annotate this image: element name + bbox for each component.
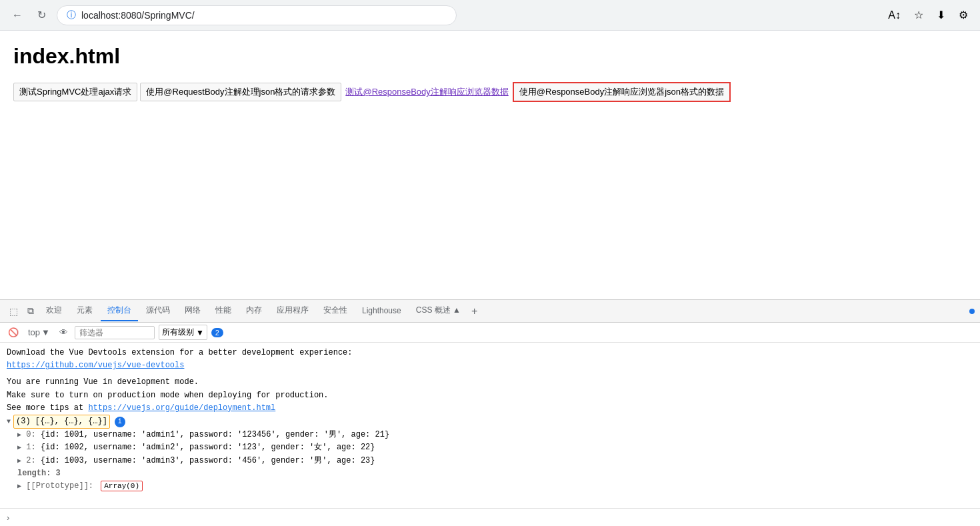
settings-button[interactable]: ⚙: [955, 6, 972, 24]
buttons-row: 测试SpringMVC处理ajax请求 使用@RequestBody注解处理js…: [13, 82, 967, 102]
info-icon: ⓘ: [67, 9, 76, 21]
page-content: index.html 测试SpringMVC处理ajax请求 使用@Reques…: [0, 31, 980, 129]
btn-responsebody-json[interactable]: 使用@ResponseBody注解响应浏览器json格式的数据: [513, 82, 731, 102]
download-button[interactable]: ⬇: [933, 6, 949, 24]
btn-requestbody[interactable]: 使用@RequestBody注解处理json格式的请求参数: [140, 83, 341, 101]
url-text: localhost:8080/SpringMVC/: [81, 10, 195, 21]
font-size-button[interactable]: A↕: [884, 6, 905, 24]
back-button[interactable]: ←: [8, 7, 27, 24]
page-title: index.html: [13, 44, 967, 69]
address-bar[interactable]: ⓘ localhost:8080/SpringMVC/: [57, 5, 457, 25]
page-wrapper: index.html 测试SpringMVC处理ajax请求 使用@Reques…: [0, 31, 980, 129]
refresh-button[interactable]: ↻: [33, 6, 50, 24]
browser-actions: A↕ ☆ ⬇ ⚙: [884, 6, 972, 24]
link-responsebody[interactable]: 测试@ResponseBody注解响应浏览器数据: [344, 83, 509, 101]
favorites-button[interactable]: ☆: [910, 6, 927, 24]
browser-chrome: ← ↻ ⓘ localhost:8080/SpringMVC/ A↕ ☆ ⬇ ⚙: [0, 0, 980, 31]
btn-ajax[interactable]: 测试SpringMVC处理ajax请求: [13, 83, 137, 101]
